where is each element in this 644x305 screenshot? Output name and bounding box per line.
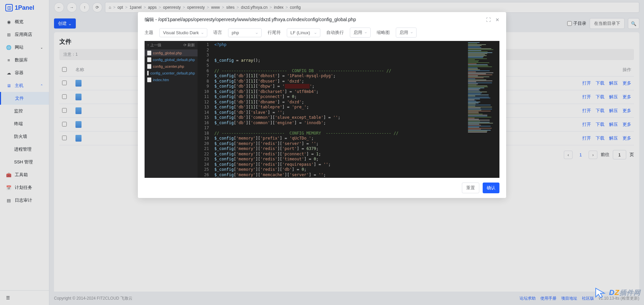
- file-tree: ↑ 上一级 ⟳ 刷新 config_global.phpconfig_globa…: [145, 41, 198, 178]
- modal-title: 编辑 - /opt/1panel/apps/openresty/openrest…: [145, 17, 356, 23]
- editor-wrap: ↑ 上一级 ⟳ 刷新 config_global.phpconfig_globa…: [145, 41, 499, 178]
- fullscreen-icon[interactable]: ⛶: [486, 17, 491, 22]
- lang-select[interactable]: php: [228, 28, 262, 37]
- lang-label: 语言: [213, 30, 222, 36]
- tree-file[interactable]: config_global_default.php: [145, 56, 198, 63]
- tree-header: ↑ 上一级 ⟳ 刷新: [145, 41, 198, 50]
- minimap[interactable]: [467, 41, 499, 178]
- minimap-select[interactable]: 启用: [396, 28, 417, 38]
- file-icon: [147, 51, 151, 55]
- tree-file[interactable]: config_ucenter.php: [145, 63, 198, 70]
- reset-button[interactable]: 重置: [462, 183, 479, 193]
- tree-file[interactable]: config_ucenter_default.php: [145, 70, 198, 77]
- file-icon: [147, 71, 149, 75]
- file-icon: [147, 64, 151, 69]
- tree-up[interactable]: ↑ 上一级: [147, 43, 161, 48]
- modal-toolbar: 主题 Visual Studio Dark 语言 php 行尾符 LF (Lin…: [138, 28, 506, 41]
- editor-modal: 编辑 - /opt/1panel/apps/openresty/openrest…: [138, 12, 506, 198]
- theme-label: 主题: [145, 30, 153, 36]
- close-icon[interactable]: ✕: [495, 17, 499, 22]
- theme-select[interactable]: Visual Studio Dark: [159, 28, 207, 37]
- modal-header: 编辑 - /opt/1panel/apps/openresty/openrest…: [138, 12, 506, 28]
- modal-overlay: 编辑 - /opt/1panel/apps/openresty/openrest…: [0, 0, 644, 305]
- code-area[interactable]: <?php$_config = array();// -------------…: [212, 41, 467, 178]
- modal-footer: 重置 确认: [138, 178, 506, 198]
- gutter: 1234567891011121314151617181920212223242…: [198, 41, 212, 178]
- file-icon: [147, 57, 151, 62]
- tree-list: config_global.phpconfig_global_default.p…: [145, 50, 198, 178]
- code-editor[interactable]: 1234567891011121314151617181920212223242…: [198, 41, 499, 178]
- file-icon: [147, 78, 151, 82]
- confirm-button[interactable]: 确认: [483, 183, 499, 193]
- eol-select[interactable]: LF (Linux): [287, 28, 320, 37]
- eol-label: 行尾符: [268, 30, 281, 36]
- wrap-label: 自动换行: [326, 30, 344, 36]
- minimap-label: 缩略图: [377, 30, 390, 36]
- tree-refresh[interactable]: ⟳ 刷新: [183, 43, 195, 48]
- wrap-select[interactable]: 启用: [350, 28, 371, 38]
- tree-file[interactable]: config_global.php: [145, 50, 198, 56]
- tree-file[interactable]: index.htm: [145, 77, 198, 83]
